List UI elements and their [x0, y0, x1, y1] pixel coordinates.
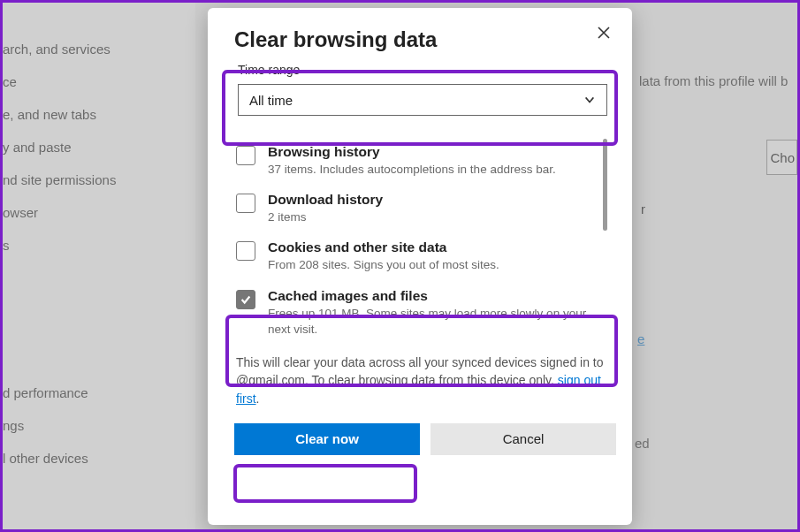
time-range-value: All time — [249, 93, 293, 108]
option-title: Cached images and files — [268, 288, 590, 304]
option-subtitle: From 208 sites. Signs you out of most si… — [268, 257, 590, 273]
option-subtitle: 2 items — [268, 209, 590, 225]
option-subtitle: 37 items. Includes autocompletions in th… — [268, 162, 590, 178]
time-range-select[interactable]: All time — [238, 84, 607, 116]
clear-now-button[interactable]: Clear now — [234, 423, 420, 455]
close-button[interactable] — [593, 24, 614, 45]
checkbox[interactable] — [236, 194, 255, 213]
chevron-down-icon — [583, 94, 596, 106]
dialog-buttons: Clear now Cancel — [234, 423, 616, 455]
data-types-list: Browsing history 37 items. Includes auto… — [234, 139, 616, 346]
sync-note: This will clear your data across all you… — [236, 353, 609, 407]
option-subtitle: Frees up 101 MB. Some sites may load mor… — [268, 306, 590, 338]
checkbox[interactable] — [236, 290, 255, 309]
option-cookies[interactable]: Cookies and other site data From 208 sit… — [234, 234, 616, 282]
scrollbar[interactable] — [603, 139, 607, 231]
option-title: Cookies and other site data — [268, 239, 590, 255]
clear-browsing-data-dialog: Clear browsing data Time range All time … — [208, 8, 632, 525]
cancel-button[interactable]: Cancel — [430, 423, 616, 455]
option-cached-images[interactable]: Cached images and files Frees up 101 MB.… — [234, 283, 616, 346]
option-download-history[interactable]: Download history 2 items — [234, 186, 616, 234]
time-range-label: Time range — [238, 63, 613, 77]
option-browsing-history[interactable]: Browsing history 37 items. Includes auto… — [234, 139, 616, 186]
option-title: Browsing history — [268, 144, 590, 160]
checkbox[interactable] — [236, 146, 255, 165]
checkbox[interactable] — [236, 241, 255, 261]
close-icon — [597, 26, 611, 44]
time-range-section: Time range All time — [234, 59, 616, 123]
option-title: Download history — [268, 192, 590, 208]
dialog-title: Clear browsing data — [234, 27, 616, 52]
